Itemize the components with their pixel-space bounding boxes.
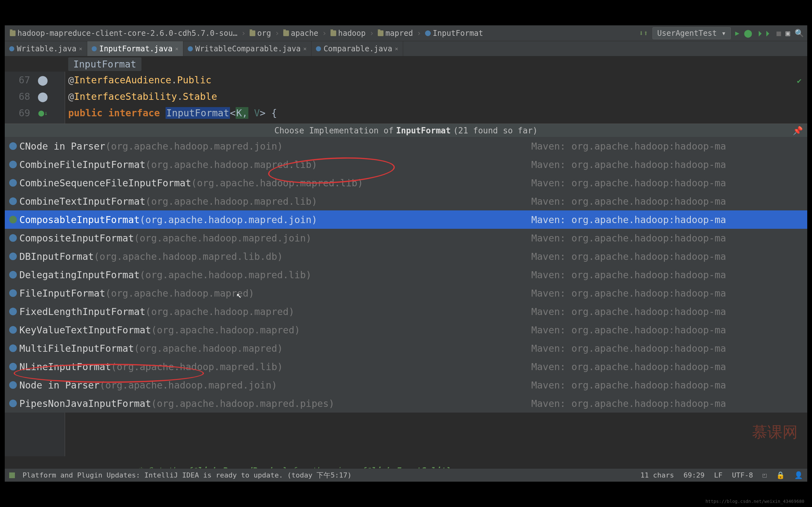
build-icon[interactable]: ⬇⬆ <box>639 29 648 38</box>
breadcrumb-item[interactable]: InputFormat <box>423 28 485 38</box>
impl-source: Maven: org.apache.hadoop:hadoop-ma <box>531 251 726 262</box>
gutter-annotation-icon[interactable]: ⬤ <box>37 74 49 86</box>
breadcrumb-item[interactable]: org <box>248 28 273 38</box>
breadcrumb-item[interactable]: hadoop-mapreduce-client-core-2.6.0-cdh5.… <box>8 28 240 38</box>
line-number: 67 <box>5 74 37 86</box>
editor-tab[interactable]: WritableComparable.java× <box>183 41 311 56</box>
impl-name: DBInputFormat <box>19 251 94 262</box>
implementations-list[interactable]: CNode in Parser (org.apache.hadoop.mapre… <box>5 137 807 412</box>
impl-name: CombineFileInputFormat <box>19 159 145 170</box>
impl-package: (org.apache.hadoop.mapred.lib.db) <box>94 251 283 262</box>
status-chars: 11 chars <box>641 471 674 479</box>
gutter-annotation-icon[interactable]: ⬤ <box>37 91 49 102</box>
code-token-classname: InputFormat <box>165 107 230 119</box>
code-token: InterfaceStability <box>74 91 177 102</box>
breadcrumbs: hadoop-mapreduce-client-core-2.6.0-cdh5.… <box>8 28 485 38</box>
class-icon <box>9 198 17 205</box>
class-icon <box>9 142 17 150</box>
breadcrumb-class[interactable]: InputFormat <box>68 57 142 71</box>
breadcrumb-label: InputFormat <box>433 29 483 38</box>
implementation-item[interactable]: DBInputFormat (org.apache.hadoop.mapred.… <box>5 247 807 266</box>
debug-icon[interactable]: ⬤ <box>744 29 752 38</box>
editor-tab[interactable]: Writable.java× <box>5 41 87 56</box>
impl-name: FixedLengthInputFormat <box>19 306 145 317</box>
has-implementations-icon[interactable]: ⬤↓ <box>37 110 49 116</box>
implementation-item[interactable]: ComposableInputFormat (org.apache.hadoop… <box>5 210 807 229</box>
status-inspector-icon[interactable]: 👤 <box>794 471 803 479</box>
close-icon[interactable]: × <box>79 45 83 52</box>
impl-package: (org.apache.hadoop.mapred) <box>105 288 254 299</box>
impl-name: DelegatingInputFormat <box>19 269 140 280</box>
impl-source: Maven: org.apache.hadoop:hadoop-ma <box>531 306 726 317</box>
implementation-item[interactable]: DelegatingInputFormat (org.apache.hadoop… <box>5 266 807 284</box>
status-insert-mode[interactable]: ⏍ <box>763 471 767 479</box>
editor-tab[interactable]: Comparable.java× <box>311 41 403 56</box>
code-breadcrumbs: InputFormat <box>5 56 807 72</box>
class-icon <box>9 271 17 279</box>
status-line-separator[interactable]: LF <box>714 471 722 479</box>
status-lock-icon[interactable]: 🔒 <box>776 471 785 479</box>
implementation-item[interactable]: CombineSequenceFileInputFormat (org.apac… <box>5 174 807 192</box>
implementation-item[interactable]: PipesNonJavaInputFormat (org.apache.hado… <box>5 394 807 412</box>
run-icon[interactable]: ▶ <box>735 29 740 37</box>
tab-label: Comparable.java <box>323 44 392 53</box>
status-encoding[interactable]: UTF-8 <box>732 471 753 479</box>
implementation-item[interactable]: FileInputFormat (org.apache.hadoop.mapre… <box>5 284 807 302</box>
impl-source: Maven: org.apache.hadoop:hadoop-ma <box>531 141 726 152</box>
impl-package: (org.apache.hadoop.mapred.join) <box>134 233 311 244</box>
breadcrumb-label: apache <box>291 29 318 38</box>
folder-icon <box>378 31 384 36</box>
impl-source: Maven: org.apache.hadoop:hadoop-ma <box>531 177 726 188</box>
class-icon <box>9 234 17 242</box>
implementations-popup-header: Choose Implementation of InputFormat (21… <box>5 124 807 137</box>
implementation-item[interactable]: MultiFileInputFormat (org.apache.hadoop.… <box>5 339 807 357</box>
class-icon <box>9 363 17 371</box>
implementation-item[interactable]: CombineFileInputFormat (org.apache.hadoo… <box>5 155 807 174</box>
close-icon[interactable]: × <box>395 45 398 52</box>
close-icon[interactable]: × <box>175 45 179 52</box>
interface-icon <box>9 216 17 223</box>
implementation-item[interactable]: NLineInputFormat (org.apache.hadoop.mapr… <box>5 357 807 376</box>
implementation-item[interactable]: CompositeInputFormat (org.apache.hadoop.… <box>5 229 807 247</box>
popup-title-prefix: Choose Implementation of <box>274 126 394 135</box>
top-toolbar: hadoop-mapreduce-client-core-2.6.0-cdh5.… <box>5 25 807 41</box>
layout-icon[interactable]: ▣ <box>786 29 790 38</box>
folder-icon <box>283 31 289 36</box>
run-coverage-icon[interactable]: ⏵⏵ <box>757 29 772 38</box>
impl-source: Maven: org.apache.hadoop:hadoop-ma <box>531 214 726 225</box>
impl-source: Maven: org.apache.hadoop:hadoop-ma <box>531 380 726 391</box>
code-token: { <box>271 107 277 118</box>
code-comment: * Get the {@link RecordReader} for the g… <box>5 456 807 468</box>
run-config-dropdown[interactable]: UserAgentTest ▾ <box>653 27 731 39</box>
impl-package: (org.apache.hadoop.mapred.pipes) <box>151 398 334 409</box>
implementation-item[interactable]: FixedLengthInputFormat (org.apache.hadoo… <box>5 302 807 321</box>
impl-name: KeyValueTextInputFormat <box>19 325 151 336</box>
breadcrumb-item[interactable]: hadoop <box>328 28 368 38</box>
impl-name: NLineInputFormat <box>19 361 111 372</box>
status-caret-pos[interactable]: 69:29 <box>683 471 705 479</box>
class-icon <box>9 344 17 352</box>
breadcrumb-item[interactable]: apache <box>281 28 320 38</box>
status-icon[interactable] <box>9 472 15 478</box>
impl-name: CompositeInputFormat <box>19 233 134 244</box>
search-icon[interactable]: 🔍 <box>795 29 804 38</box>
status-message[interactable]: Platform and Plugin Updates: IntelliJ ID… <box>22 470 633 480</box>
implementation-item[interactable]: CombineTextInputFormat (org.apache.hadoo… <box>5 192 807 210</box>
footer-watermark: https://blog.csdn.net/weixin_43469680 <box>705 499 804 504</box>
impl-name: Node in Parser <box>19 380 100 391</box>
impl-package: (org.apache.hadoop.mapred.lib) <box>111 361 283 372</box>
java-file-icon <box>316 46 321 51</box>
pin-icon[interactable]: 📌 <box>793 126 803 135</box>
impl-source: Maven: org.apache.hadoop:hadoop-ma <box>531 325 726 336</box>
implementation-item[interactable]: CNode in Parser (org.apache.hadoop.mapre… <box>5 137 807 155</box>
code-token: InterfaceAudience <box>74 74 171 86</box>
code-editor[interactable]: ✔ 67⬤ 68⬤ 69⬤↓ @InterfaceAudience.Public… <box>5 72 807 456</box>
implementation-item[interactable]: KeyValueTextInputFormat (org.apache.hado… <box>5 321 807 339</box>
watermark: 慕课网 <box>752 422 798 442</box>
breadcrumb-item[interactable]: mapred <box>376 28 415 38</box>
editor-tab[interactable]: InputFormat.java× <box>87 41 183 56</box>
implementation-item[interactable]: Node in Parser (org.apache.hadoop.mapred… <box>5 376 807 394</box>
tab-label: InputFormat.java <box>99 44 172 53</box>
folder-icon <box>250 31 255 36</box>
close-icon[interactable]: × <box>303 45 307 52</box>
